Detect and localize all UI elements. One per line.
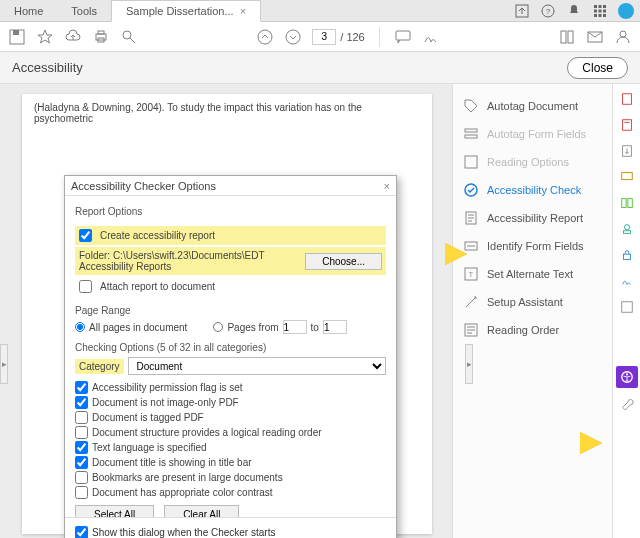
rail-stamp-icon[interactable]: [616, 218, 638, 240]
svg-rect-37: [621, 173, 632, 180]
chk-image-only[interactable]: [75, 396, 88, 409]
tab-bar: Home Tools Sample Dissertation... × ?: [0, 0, 640, 22]
show-dialog-checkbox[interactable]: [75, 526, 88, 538]
svg-rect-38: [621, 199, 625, 208]
search-icon[interactable]: [120, 28, 138, 46]
select-all-button[interactable]: Select All: [75, 505, 154, 517]
rail-export-icon[interactable]: [616, 140, 638, 162]
svg-rect-21: [561, 31, 566, 43]
tab-close-icon[interactable]: ×: [240, 5, 246, 17]
left-rail-toggle[interactable]: ▸: [0, 344, 8, 384]
radio-all-pages[interactable]: [75, 322, 85, 332]
rail-more-icon[interactable]: [616, 296, 638, 318]
tab-tools[interactable]: Tools: [57, 1, 111, 21]
tab-document[interactable]: Sample Dissertation... ×: [111, 0, 261, 22]
rp-set-alternate-text[interactable]: TSet Alternate Text: [453, 260, 612, 288]
rail-comment-icon[interactable]: [616, 166, 638, 188]
chk-tagged-pdf[interactable]: [75, 411, 88, 424]
print-icon[interactable]: [92, 28, 110, 46]
cloud-upload-icon[interactable]: [64, 28, 82, 46]
create-report-checkbox[interactable]: [79, 229, 92, 242]
svg-rect-8: [603, 10, 606, 13]
chk-text-language[interactable]: [75, 441, 88, 454]
svg-rect-34: [622, 94, 631, 105]
tab-home[interactable]: Home: [0, 1, 57, 21]
dialog-close-icon[interactable]: ×: [384, 180, 390, 192]
attach-report-checkbox[interactable]: [79, 280, 92, 293]
svg-text:T: T: [469, 271, 474, 278]
share-icon[interactable]: [514, 3, 530, 19]
chk-logical-order[interactable]: [75, 426, 88, 439]
page-from-input[interactable]: [283, 320, 307, 334]
wand-icon: [463, 294, 479, 310]
create-report-label: Create accessibility report: [100, 230, 215, 241]
tag-icon: [463, 98, 479, 114]
chk-permission-flag[interactable]: [75, 381, 88, 394]
page-current-input[interactable]: [312, 29, 336, 45]
rail-sign-icon[interactable]: [616, 270, 638, 292]
right-icon-rail: [612, 84, 640, 538]
rp-autotag-document[interactable]: Autotag Document: [453, 92, 612, 120]
tab-document-label: Sample Dissertation...: [126, 5, 234, 17]
apps-icon[interactable]: [592, 3, 608, 19]
help-icon[interactable]: ?: [540, 3, 556, 19]
svg-rect-43: [621, 302, 632, 313]
star-icon[interactable]: [36, 28, 54, 46]
person-icon[interactable]: [614, 28, 632, 46]
rp-autotag-form-fields[interactable]: Autotag Form Fields: [453, 120, 612, 148]
clear-all-button[interactable]: Clear All: [164, 505, 239, 517]
svg-rect-3: [594, 5, 597, 8]
toolbar: / 126: [0, 22, 640, 52]
mail-icon[interactable]: [586, 28, 604, 46]
rp-reading-options[interactable]: Reading Options: [453, 148, 612, 176]
comment-icon[interactable]: [394, 28, 412, 46]
save-icon[interactable]: [8, 28, 26, 46]
sign-icon[interactable]: [422, 28, 440, 46]
accessibility-tools-panel: Autotag Document Autotag Form Fields Rea…: [452, 84, 612, 538]
rp-accessibility-check[interactable]: Accessibility Check: [453, 176, 612, 204]
page-indicator: / 126: [312, 29, 364, 45]
page-down-icon[interactable]: [284, 28, 302, 46]
page-total: / 126: [340, 31, 364, 43]
accessibility-panel-header: Accessibility Close: [0, 52, 640, 84]
bell-icon[interactable]: [566, 3, 582, 19]
avatar[interactable]: [618, 3, 634, 19]
svg-point-17: [123, 31, 131, 39]
to-label: to: [311, 322, 319, 333]
svg-rect-9: [594, 14, 597, 17]
category-select[interactable]: Document: [128, 357, 386, 375]
rail-edit-icon[interactable]: [616, 114, 638, 136]
check-circle-icon: [463, 182, 479, 198]
rail-create-icon[interactable]: [616, 88, 638, 110]
svg-rect-22: [568, 31, 573, 43]
page-to-input[interactable]: [323, 320, 347, 334]
rp-setup-assistant[interactable]: Setup Assistant: [453, 288, 612, 316]
attach-report-label: Attach report to document: [100, 281, 215, 292]
report-icon: [463, 210, 479, 226]
rp-reading-order[interactable]: Reading Order: [453, 316, 612, 344]
section-checking-options: Checking Options (5 of 32 in all categor…: [75, 342, 386, 353]
rp-identify-form-fields[interactable]: Identify Form Fields: [453, 232, 612, 260]
page-thumbs-icon[interactable]: [558, 28, 576, 46]
rp-accessibility-report[interactable]: Accessibility Report: [453, 204, 612, 232]
svg-rect-6: [594, 10, 597, 13]
page-up-icon[interactable]: [256, 28, 274, 46]
right-rail-toggle[interactable]: ▸: [465, 344, 473, 384]
choose-folder-button[interactable]: Choose...: [305, 253, 382, 270]
close-button[interactable]: Close: [567, 57, 628, 79]
chk-title-bar[interactable]: [75, 456, 88, 469]
svg-rect-20: [396, 31, 410, 40]
rail-organize-icon[interactable]: [616, 192, 638, 214]
rail-lock-icon[interactable]: [616, 244, 638, 266]
rail-accessibility-icon[interactable]: [616, 366, 638, 388]
reading-order-icon: [463, 322, 479, 338]
accessibility-checker-dialog: Accessibility Checker Options × Report O…: [64, 175, 397, 538]
radio-pages-from[interactable]: [213, 322, 223, 332]
rail-tools-icon[interactable]: [616, 392, 638, 414]
dialog-title: Accessibility Checker Options: [71, 180, 216, 192]
annotation-arrow-check: [445, 243, 467, 265]
chk-bookmarks[interactable]: [75, 471, 88, 484]
form-fields-icon: [463, 126, 479, 142]
svg-point-24: [620, 31, 626, 37]
chk-color-contrast[interactable]: [75, 486, 88, 499]
